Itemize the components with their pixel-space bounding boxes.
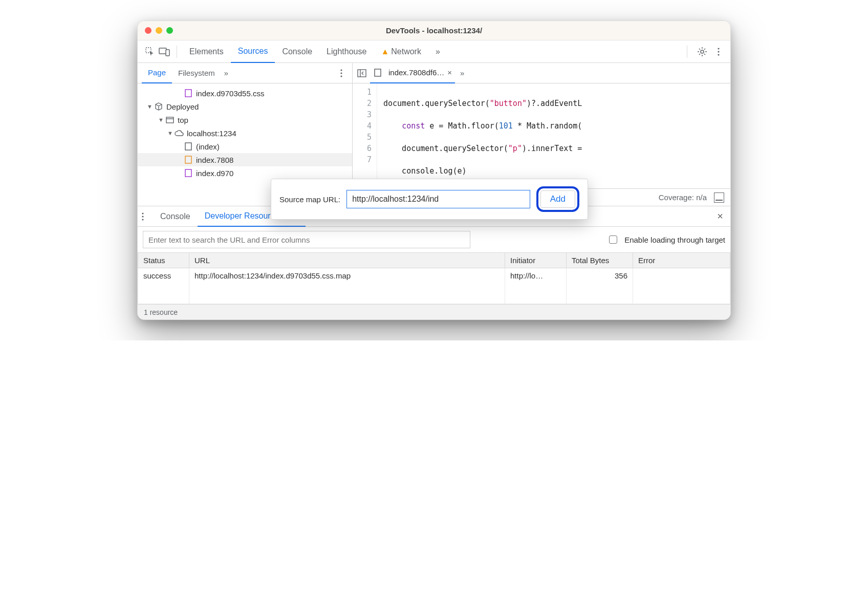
svg-rect-2 [166, 50, 169, 56]
tree-group-host[interactable]: ▼ localhost:1234 [138, 126, 352, 140]
svg-point-6 [718, 54, 719, 55]
caret-down-icon: ▼ [167, 130, 175, 136]
minimize-window-button[interactable] [156, 27, 162, 34]
tree-file-css2[interactable]: index.d970 [138, 166, 352, 180]
svg-point-20 [142, 216, 143, 217]
toggle-navigator-icon[interactable] [356, 67, 368, 79]
coverage-label: Coverage: n/a [659, 193, 707, 202]
drawer-more-icon[interactable] [142, 212, 153, 221]
tree-group-deployed[interactable]: ▼ Deployed [138, 100, 352, 113]
enable-loading-label: Enable loading through target [624, 235, 725, 244]
toggle-drawer-icon[interactable] [714, 192, 724, 203]
svg-rect-14 [185, 156, 191, 163]
js-file-icon [184, 155, 193, 164]
drawer-search-row: Enable loading through target [138, 227, 730, 252]
traffic-lights [145, 27, 173, 34]
css-file-icon [184, 89, 193, 98]
col-initiator[interactable]: Initiator [505, 253, 567, 268]
cloud-icon [175, 128, 184, 138]
window-title: DevTools - localhost:1234/ [138, 26, 730, 35]
close-tab-icon[interactable]: × [447, 68, 452, 77]
editor-tabs-overflow-icon[interactable]: » [457, 69, 467, 77]
toolbar-divider [687, 46, 687, 58]
css-file-icon [184, 168, 193, 178]
tree-file-index[interactable]: (index) [138, 140, 352, 153]
cell-error [633, 268, 730, 304]
drawer-status-bar: 1 resource [138, 304, 730, 319]
inspect-element-icon[interactable] [143, 45, 157, 59]
source-map-popup: Source map URL: Add [271, 179, 588, 220]
device-toolbar-icon[interactable] [157, 45, 171, 59]
close-window-button[interactable] [145, 27, 151, 34]
line-gutter: 1 2 3 4 5 6 7 [353, 83, 377, 188]
code-editor[interactable]: 1 2 3 4 5 6 7 document.querySelector("bu… [353, 83, 730, 188]
svg-point-5 [718, 51, 719, 52]
window-icon [165, 115, 175, 124]
drawer-tab-console[interactable]: Console [153, 206, 198, 227]
resource-count: 1 resource [144, 308, 178, 316]
col-error[interactable]: Error [633, 253, 730, 268]
tree-file-js[interactable]: index.7808 [138, 153, 352, 166]
tree-group-top[interactable]: ▼ top [138, 113, 352, 126]
svg-rect-15 [185, 169, 191, 177]
cell-total-bytes: 356 [567, 268, 633, 304]
document-icon [373, 68, 382, 77]
subtab-filesystem[interactable]: Filesystem [172, 63, 221, 83]
svg-rect-11 [166, 117, 173, 123]
svg-rect-18 [375, 69, 381, 76]
table-row[interactable]: success http://localhost:1234/index.d970… [138, 268, 730, 304]
resources-table: Status URL Initiator Total Bytes Error s… [138, 252, 730, 304]
titlebar: DevTools - localhost:1234/ [138, 21, 730, 40]
svg-point-8 [340, 72, 342, 74]
add-button[interactable]: Add [540, 190, 575, 208]
tab-lighthouse[interactable]: Lighthouse [319, 40, 374, 63]
add-button-highlight: Add [536, 186, 579, 212]
warning-icon: ▲ [381, 47, 389, 56]
subtab-page[interactable]: Page [142, 63, 172, 83]
cell-url: http://localhost:1234/index.d9703d55.css… [189, 268, 505, 304]
tab-elements[interactable]: Elements [182, 40, 231, 63]
svg-point-19 [142, 212, 143, 214]
tab-console[interactable]: Console [275, 40, 319, 63]
tree-file-css[interactable]: index.d9703d55.css [138, 87, 352, 100]
svg-rect-1 [159, 48, 166, 54]
source-map-label: Source map URL: [279, 195, 340, 204]
drawer-search-input[interactable] [143, 231, 470, 248]
cell-status: success [138, 268, 189, 304]
cell-initiator: http://lo… [505, 268, 567, 304]
svg-point-7 [340, 69, 342, 71]
col-url[interactable]: URL [189, 253, 505, 268]
editor-tabs: index.7808df6… × » [353, 63, 730, 83]
svg-point-9 [340, 75, 342, 77]
editor-tab-active[interactable]: index.7808df6… × [370, 63, 455, 83]
source-map-url-input[interactable] [346, 190, 530, 208]
col-total-bytes[interactable]: Total Bytes [567, 253, 633, 268]
enable-loading-checkbox[interactable] [609, 235, 617, 244]
toolbar-divider [177, 46, 177, 58]
svg-rect-10 [185, 90, 191, 97]
navigator-tabs: Page Filesystem » [138, 63, 352, 83]
subtabs-overflow-icon[interactable]: » [221, 69, 231, 77]
cube-icon [154, 102, 163, 111]
more-menu-icon[interactable] [712, 45, 725, 58]
tab-network[interactable]: ▲ Network [374, 40, 428, 63]
tab-sources[interactable]: Sources [231, 40, 275, 63]
svg-point-3 [701, 50, 704, 53]
devtools-window: DevTools - localhost:1234/ Elements Sour… [137, 20, 731, 320]
svg-point-4 [718, 48, 719, 49]
settings-gear-icon[interactable] [696, 45, 709, 58]
caret-down-icon: ▼ [147, 103, 154, 110]
fullscreen-window-button[interactable] [166, 27, 173, 34]
svg-point-21 [142, 219, 143, 220]
code-content: document.querySelector("button")?.addEve… [377, 83, 582, 188]
svg-rect-13 [185, 143, 191, 150]
close-drawer-icon[interactable]: × [714, 210, 726, 222]
document-icon [184, 142, 193, 151]
tabs-overflow-icon[interactable]: » [428, 40, 447, 63]
drawer-panel: Console Developer Resources × × Enable l… [138, 206, 730, 319]
main-tabs: Elements Sources Console Lighthouse ▲ Ne… [182, 40, 447, 63]
main-toolbar: Elements Sources Console Lighthouse ▲ Ne… [138, 40, 730, 63]
col-status[interactable]: Status [138, 253, 189, 268]
file-tree: index.d9703d55.css ▼ Deployed ▼ top ▼ lo… [138, 83, 352, 183]
navigator-more-icon[interactable] [335, 67, 348, 80]
